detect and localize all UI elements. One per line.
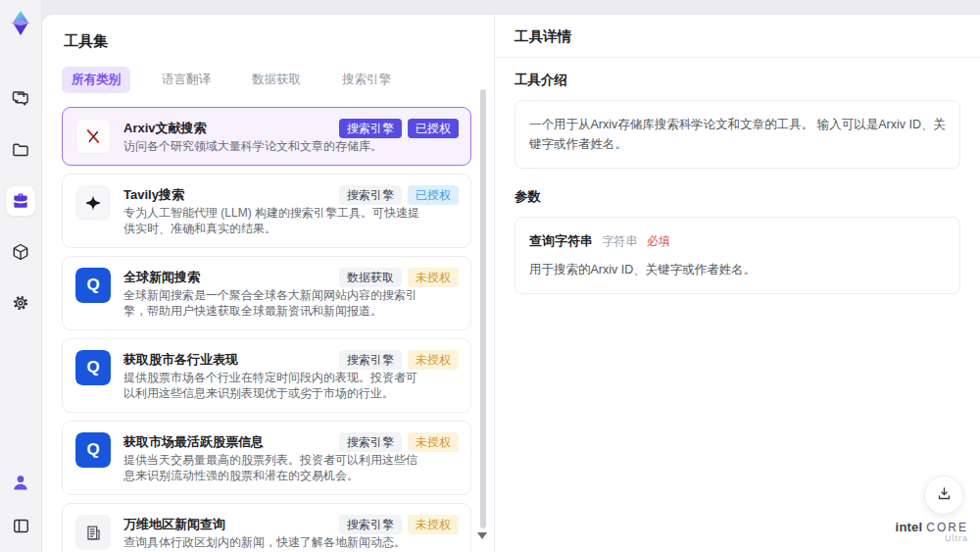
- tavily-star-icon: [75, 185, 111, 221]
- auth-status-badge: 未授权: [408, 268, 459, 287]
- category-badge: 搜索引擎: [339, 515, 402, 534]
- category-badge: 搜索引擎: [339, 350, 402, 370]
- intel-core-logo: intelCORE Ultra: [896, 521, 968, 544]
- category-badge: 搜索引擎: [339, 432, 402, 452]
- category-tab-0[interactable]: 所有类别: [62, 67, 130, 93]
- folder-icon[interactable]: [6, 135, 35, 165]
- main-content-card: 工具集 所有类别语言翻译数据获取搜索引擎 Arxiv文献搜索 访问各个研究领域大…: [41, 14, 980, 552]
- detail-header: 工具详情: [495, 15, 980, 58]
- page-title: 工具集: [64, 32, 494, 51]
- download-icon: [936, 485, 953, 506]
- chat-icon[interactable]: [6, 84, 35, 114]
- auth-status-badge: 未授权: [408, 432, 459, 452]
- download-button[interactable]: [924, 476, 963, 515]
- param-type: 字符串: [602, 234, 637, 248]
- brand-core: CORE: [926, 521, 968, 534]
- scroll-down-arrow-icon[interactable]: [477, 532, 487, 539]
- brand-intel: intel: [896, 520, 923, 534]
- category-badge: 数据获取: [339, 268, 402, 287]
- settings-icon[interactable]: [6, 288, 35, 318]
- global-news-icon: Q: [75, 268, 111, 303]
- tool-list: Arxiv文献搜索 访问各个研究领域大量科学论文和文章的存储库。 搜索引擎 已授…: [62, 107, 471, 552]
- tool-card-4[interactable]: Q 获取市场最活跃股票信息 提供当天交易量最高的股票列表。投资者可以利用这些信息…: [62, 421, 471, 495]
- category-tab-2[interactable]: 数据获取: [242, 67, 311, 93]
- param-box: 查询字符串 字符串 必填 用于搜索的Arxiv ID、关键字或作者姓名。: [514, 217, 960, 294]
- left-rail: [0, 0, 41, 552]
- tool-card-0[interactable]: Arxiv文献搜索 访问各个研究领域大量科学论文和文章的存储库。 搜索引擎 已授…: [62, 107, 471, 166]
- param-name: 查询字符串: [529, 233, 593, 248]
- auth-status-badge: 未授权: [408, 350, 459, 370]
- category-tabs: 所有类别语言翻译数据获取搜索引擎: [62, 67, 494, 93]
- cube-icon[interactable]: [6, 237, 35, 267]
- stock-sector-icon: Q: [75, 350, 111, 385]
- detail-title: 工具详情: [514, 27, 960, 46]
- auth-status-badge: 已授权: [408, 185, 459, 205]
- user-avatar-icon[interactable]: [6, 468, 35, 497]
- tool-description: 查询具体行政区划内的新闻，快速了解各地新闻动态。: [123, 534, 419, 550]
- regional-news-icon: [75, 515, 111, 550]
- auth-status-badge: 未授权: [408, 515, 459, 534]
- tool-card-3[interactable]: Q 获取股市各行业表现 提供股票市场各个行业在特定时间段内的表现。投资者可以利用…: [62, 338, 471, 413]
- tool-description: 全球新闻搜索是一个聚合全球各大新闻网站内容的搜索引擎，帮助用户快速获取全球最新资…: [123, 287, 419, 319]
- tool-description: 专为人工智能代理 (LLM) 构建的搜索引擎工具。可快速提供实时、准确和真实的结…: [123, 205, 419, 236]
- tool-card-1[interactable]: Tavily搜索 专为人工智能代理 (LLM) 构建的搜索引擎工具。可快速提供实…: [62, 174, 471, 248]
- intro-box: 一个用于从Arxiv存储库搜索科学论文和文章的工具。 输入可以是Arxiv ID…: [514, 100, 960, 169]
- tool-card-5[interactable]: 万维地区新闻查询 查询具体行政区划内的新闻，快速了解各地新闻动态。 搜索引擎 未…: [62, 503, 471, 552]
- tool-description: 访问各个研究领域大量科学论文和文章的存储库。: [123, 138, 419, 154]
- param-desc: 用于搜索的Arxiv ID、关键字或作者姓名。: [529, 260, 946, 279]
- intro-heading: 工具介绍: [514, 72, 960, 89]
- category-tab-1[interactable]: 语言翻译: [152, 67, 220, 93]
- category-tab-3[interactable]: 搜索引擎: [332, 67, 401, 93]
- category-badge: 搜索引擎: [339, 119, 402, 138]
- param-required-badge: 必填: [647, 234, 670, 248]
- category-badge: 搜索引擎: [339, 185, 402, 205]
- scrollbar-thumb[interactable]: [480, 89, 486, 528]
- auth-status-badge: 已授权: [408, 119, 459, 138]
- tool-list-panel: 工具集 所有类别语言翻译数据获取搜索引擎 Arxiv文献搜索 访问各个研究领域大…: [42, 15, 495, 552]
- tool-description: 提供股票市场各个行业在特定时间段内的表现。投资者可以利用这些信息来识别表现优于或…: [123, 370, 419, 401]
- active-stocks-icon: Q: [75, 432, 111, 468]
- collapse-panel-icon[interactable]: [6, 511, 35, 540]
- tool-detail-panel: 工具详情 工具介绍 一个用于从Arxiv存储库搜索科学论文和文章的工具。 输入可…: [495, 15, 980, 552]
- tool-card-2[interactable]: Q 全球新闻搜索 全球新闻搜索是一个聚合全球各大新闻网站内容的搜索引擎，帮助用户…: [62, 256, 471, 330]
- params-heading: 参数: [514, 188, 960, 206]
- app-logo: [7, 10, 34, 37]
- tool-description: 提供当天交易量最高的股票列表。投资者可以利用这些信息来识别流动性强的股票和潜在的…: [123, 452, 419, 483]
- brand-ultra: Ultra: [896, 534, 968, 544]
- arxiv-logo-icon: [75, 119, 111, 154]
- toolbox-icon[interactable]: [6, 186, 35, 216]
